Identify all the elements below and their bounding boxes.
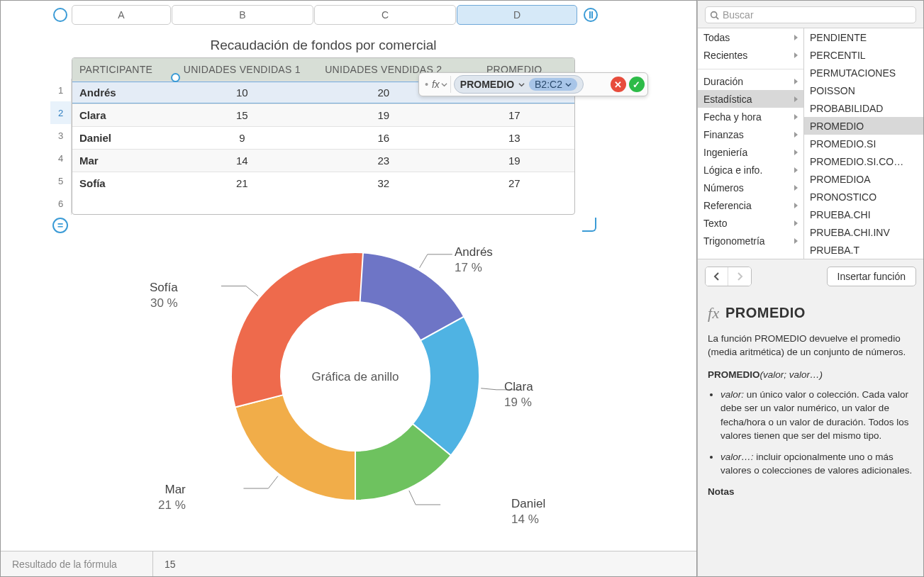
col-header-c[interactable]: C bbox=[314, 5, 456, 25]
category-item[interactable]: Estadística bbox=[698, 90, 803, 108]
category-item[interactable]: Números bbox=[698, 179, 803, 196]
category-item[interactable]: Todas bbox=[698, 28, 803, 46]
row-num-6[interactable]: 6 bbox=[50, 192, 72, 215]
table-title: Recaudación de fondos por comercial bbox=[72, 33, 575, 57]
category-item[interactable]: Lógica e info. bbox=[698, 161, 803, 179]
status-value: 15 bbox=[153, 551, 187, 576]
th-participante[interactable]: PARTICIPANTE bbox=[72, 58, 172, 81]
function-item[interactable]: PRONOSTICO bbox=[804, 188, 923, 206]
function-item[interactable]: PROMEDIO.SI.CO… bbox=[804, 152, 923, 170]
nav-back-button[interactable] bbox=[706, 267, 728, 286]
fx-label[interactable]: fx bbox=[422, 76, 451, 93]
search-input[interactable]: Buscar bbox=[705, 6, 916, 23]
function-item[interactable]: PENDIENTE bbox=[804, 28, 923, 46]
svg-point-0 bbox=[711, 11, 717, 17]
table-row[interactable]: Clara 15 19 17 bbox=[72, 103, 574, 126]
table-row[interactable]: Daniel 9 16 13 bbox=[72, 126, 574, 149]
function-item[interactable]: PROMEDIOA bbox=[804, 170, 923, 188]
formula-range-pill[interactable]: B2:C2 bbox=[529, 78, 577, 91]
chart-label-sofia: Sofía30 % bbox=[150, 281, 178, 310]
function-help: fxPROMEDIO La función PROMEDIO devuelve … bbox=[698, 293, 923, 516]
function-item[interactable]: PROBABILIDAD bbox=[804, 99, 923, 117]
status-label: Resultado de la fórmula bbox=[1, 551, 153, 576]
category-item[interactable]: Ingeniería bbox=[698, 143, 803, 161]
cancel-formula-button[interactable]: ✕ bbox=[611, 77, 626, 92]
function-categories[interactable]: TodasRecientesDuraciónEstadísticaFecha y… bbox=[698, 28, 804, 259]
search-icon bbox=[710, 11, 719, 20]
function-list[interactable]: PENDIENTEPERCENTILPERMUTACIONESPOISSONPR… bbox=[804, 28, 923, 259]
row-num-3[interactable]: 3 bbox=[50, 124, 72, 147]
row-num-1[interactable]: 1 bbox=[50, 79, 72, 101]
category-item[interactable]: Finanzas bbox=[698, 125, 803, 143]
category-item[interactable]: Referencia bbox=[698, 196, 803, 214]
function-item[interactable]: PERCENTIL bbox=[804, 46, 923, 64]
selection-handle[interactable] bbox=[171, 73, 180, 82]
table-row[interactable]: Sofía 21 32 27 bbox=[72, 172, 574, 194]
spreadsheet-main: A B C D Recaudación de fondos por comerc… bbox=[0, 0, 697, 577]
chart-label-clara: Clara19 % bbox=[504, 380, 533, 410]
col-header-a[interactable]: A bbox=[72, 5, 171, 25]
function-item[interactable]: PROMEDIO bbox=[804, 117, 923, 135]
table-handle-top-left[interactable] bbox=[53, 8, 67, 22]
row-num-4[interactable]: 4 bbox=[50, 147, 72, 169]
add-row-handle[interactable]: = bbox=[52, 218, 68, 233]
nav-forward-button[interactable] bbox=[728, 267, 751, 286]
row-numbers: 1 2 3 4 5 6 bbox=[50, 79, 72, 215]
add-column-handle[interactable] bbox=[584, 8, 598, 22]
category-item[interactable]: Texto bbox=[698, 214, 803, 232]
row-num-5[interactable]: 5 bbox=[50, 169, 72, 192]
formula-function-pill[interactable]: PROMEDIO B2:C2 bbox=[454, 75, 584, 94]
column-headers: A B C D bbox=[72, 5, 696, 25]
category-item[interactable]: Duración bbox=[698, 72, 803, 90]
chart-label-andres: Andrés17 % bbox=[455, 245, 493, 275]
formula-editor[interactable]: fx PROMEDIO B2:C2 ✕ ✓ bbox=[418, 72, 648, 96]
function-item[interactable]: PRUEBA.T bbox=[804, 241, 923, 259]
row-num-2[interactable]: 2 bbox=[50, 101, 72, 124]
status-bar: Resultado de la fórmula 15 bbox=[1, 551, 696, 576]
category-item[interactable]: Trigonometría bbox=[698, 232, 803, 250]
table-row[interactable]: Mar 14 23 19 bbox=[72, 149, 574, 172]
function-item[interactable]: PERMUTACIONES bbox=[804, 64, 923, 82]
th-unidades1[interactable]: UNIDADES VENDIDAS 1 bbox=[172, 58, 313, 81]
col-header-d[interactable]: D bbox=[457, 5, 577, 25]
col-header-b[interactable]: B bbox=[172, 5, 313, 25]
nav-segment[interactable] bbox=[705, 267, 752, 286]
donut-chart[interactable]: Gráfica de anillo Andrés17 % Clara19 % D… bbox=[128, 220, 582, 539]
function-item[interactable]: PRUEBA.CHI.INV bbox=[804, 223, 923, 241]
chart-center-label: Gráfica de anillo bbox=[312, 370, 399, 383]
function-item[interactable]: PROMEDIO.SI bbox=[804, 135, 923, 152]
chart-label-mar: Mar21 % bbox=[158, 483, 186, 512]
function-item[interactable]: PRUEBA.CHI bbox=[804, 206, 923, 223]
category-item[interactable]: Fecha y hora bbox=[698, 108, 803, 125]
function-item[interactable]: POISSON bbox=[804, 82, 923, 99]
function-browser: Buscar TodasRecientesDuraciónEstadística… bbox=[697, 0, 924, 577]
insert-function-button[interactable]: Insertar función bbox=[827, 267, 917, 286]
confirm-formula-button[interactable]: ✓ bbox=[629, 77, 645, 92]
category-item[interactable]: Recientes bbox=[698, 46, 803, 64]
chart-label-daniel: Daniel14 % bbox=[511, 497, 545, 527]
resize-table-handle[interactable] bbox=[582, 218, 596, 232]
fx-icon: fx bbox=[708, 302, 720, 325]
